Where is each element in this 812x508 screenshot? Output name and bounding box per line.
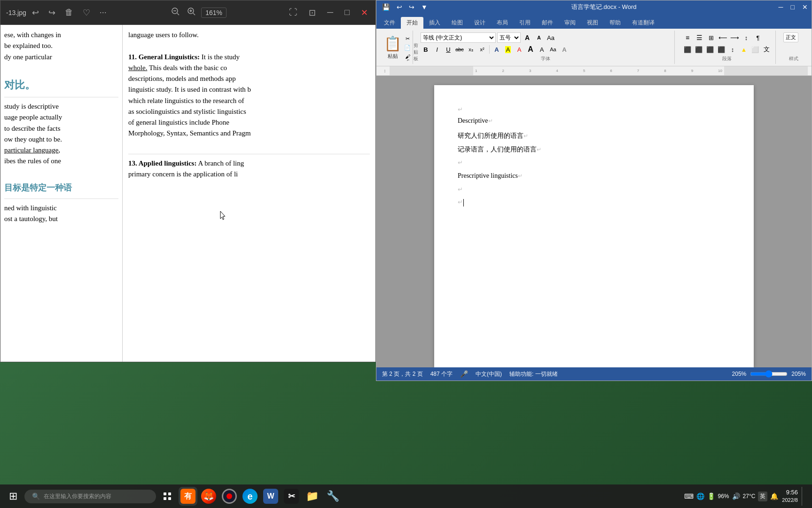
numbering-button[interactable]: ☰	[694, 32, 704, 43]
viewer-close-button[interactable]: ✕	[359, 6, 370, 20]
show-marks-button[interactable]: ¶	[753, 32, 763, 43]
highlight-color-button[interactable]: A	[503, 44, 513, 55]
font-size-selector[interactable]: 五号	[497, 32, 521, 43]
tray-time[interactable]: 9:56 2022/8	[782, 488, 798, 504]
text-effect-button[interactable]: A	[492, 44, 502, 55]
start-button[interactable]: ⊞	[4, 487, 23, 506]
underline-button[interactable]: U	[443, 44, 453, 55]
speaker-icon: 🔊	[732, 492, 740, 500]
sort-button[interactable]: ↕	[741, 32, 751, 43]
rotate-right-button[interactable]: ↪	[47, 6, 57, 20]
favorite-button[interactable]: ♡	[81, 6, 92, 20]
clear-format-button[interactable]: Aa	[546, 32, 556, 43]
italic-button[interactable]: I	[432, 44, 442, 55]
border-button[interactable]: ⬜	[750, 44, 760, 55]
copy-button[interactable]: 📄	[401, 44, 414, 52]
dictation-button[interactable]: 🎤	[460, 370, 468, 378]
tab-home[interactable]: 开始	[401, 17, 423, 29]
bullets-button[interactable]: ≡	[682, 32, 693, 43]
filemanager-taskbar-icon[interactable]: 📁	[303, 487, 321, 506]
unknown-taskbar-icon[interactable]: 🔧	[323, 487, 342, 506]
clipboard-expand-button[interactable]: ⌐	[405, 56, 412, 63]
system-tray: ⌨ 🌐 🔋 96% 🔊 27°C 英 🔔 9:56 2022/8	[684, 487, 809, 506]
doc-line: dy one particular	[4, 52, 118, 63]
font-size-minus-button[interactable]: A	[537, 44, 547, 55]
tab-layout[interactable]: 布局	[491, 17, 514, 29]
zoom-in-button[interactable]	[185, 5, 197, 20]
notification-icon[interactable]: 🔔	[770, 492, 778, 500]
chinese-layout-button[interactable]: 文	[761, 44, 772, 55]
word-undo-button[interactable]: ↩	[395, 2, 404, 12]
align-left-button[interactable]: ⬛	[682, 44, 693, 55]
accessibility-button[interactable]: 辅助功能: 一切就绪	[509, 370, 558, 378]
battery-percent: 96%	[718, 493, 729, 500]
decrease-indent-button[interactable]: ⟵	[718, 32, 728, 43]
word-quick-customize-button[interactable]: ▼	[419, 2, 429, 12]
shading-button[interactable]: ▲	[739, 44, 749, 55]
task-view-button[interactable]	[158, 487, 177, 506]
word-save-button[interactable]: 💾	[380, 2, 392, 12]
font-color-button[interactable]: A	[514, 44, 524, 55]
zoom-slider[interactable]	[750, 370, 788, 378]
strikethrough-button[interactable]: abc	[454, 44, 465, 55]
word-minimize-button[interactable]: ─	[779, 3, 783, 11]
superscript-button[interactable]: x²	[477, 44, 487, 55]
viewer-maximize-button[interactable]: □	[343, 6, 351, 19]
delete-button[interactable]: 🗑	[63, 6, 75, 19]
doc-primary-concern-line: primary concern is the application of li	[128, 169, 370, 180]
edge-taskbar-icon[interactable]: e	[241, 487, 259, 506]
style-normal-button[interactable]: 正文	[783, 32, 798, 42]
doc-right-column: language users to follow. 11. General Li…	[123, 25, 375, 362]
paste-button[interactable]: 📋 粘贴	[384, 33, 401, 62]
word-maximize-button[interactable]: □	[791, 3, 795, 11]
youdao-taskbar-icon[interactable]: 有	[179, 487, 197, 506]
multilevel-list-button[interactable]: ⊞	[706, 32, 716, 43]
search-icon: 🔍	[32, 492, 40, 500]
obs-taskbar-icon[interactable]	[220, 487, 239, 506]
tab-mailing[interactable]: 邮件	[536, 17, 559, 29]
capcut-taskbar-icon[interactable]: ✂	[282, 487, 301, 506]
align-center-button[interactable]: ⬛	[694, 44, 704, 55]
tab-draw[interactable]: 绘图	[446, 17, 468, 29]
bold-button[interactable]: B	[421, 44, 431, 55]
tab-youdao[interactable]: 有道翻译	[626, 17, 660, 29]
svg-rect-14	[168, 497, 171, 500]
fullscreen-button[interactable]: ⛶	[287, 6, 299, 19]
tab-file[interactable]: 文件	[378, 17, 401, 29]
line-spacing-button[interactable]: ↕	[727, 44, 738, 55]
tab-review[interactable]: 审阅	[559, 17, 581, 29]
change-case-button[interactable]: Aa	[548, 44, 558, 55]
tab-design[interactable]: 设计	[468, 17, 491, 29]
paragraph-label: 段落	[682, 55, 772, 62]
svg-line-10	[193, 13, 195, 15]
tab-insert[interactable]: 插入	[423, 17, 446, 29]
tab-view[interactable]: 视图	[581, 17, 604, 29]
increase-indent-button[interactable]: ⟶	[729, 32, 740, 43]
tab-help[interactable]: 帮助	[604, 17, 626, 29]
chinese-target-text: 目标是特定一种语	[4, 182, 118, 195]
grow-font-button[interactable]: A	[522, 32, 532, 43]
firefox-taskbar-icon[interactable]: 🦊	[199, 487, 218, 506]
more-button[interactable]: ···	[98, 6, 109, 19]
word-page: ↵ Descriptive↵ 研究人们所使用的语言↵ 记录语言，人们使用的语言↵…	[434, 85, 754, 367]
tab-references[interactable]: 引用	[514, 17, 536, 29]
subscript-button[interactable]: x₂	[466, 44, 476, 55]
word-redo-button[interactable]: ↪	[407, 2, 416, 12]
align-right-button[interactable]: ⬛	[705, 44, 715, 55]
taskbar-search-bar[interactable]: 🔍 在这里输入你要搜索的内容	[24, 490, 156, 503]
word-close-button[interactable]: ✕	[802, 3, 808, 11]
font-size-plus-button[interactable]: A	[525, 44, 536, 55]
zoom-percent-button[interactable]: 205%	[791, 371, 806, 377]
shrink-font-button[interactable]: A	[534, 32, 544, 43]
show-desktop-button[interactable]	[802, 487, 804, 506]
word-taskbar-icon[interactable]: W	[261, 487, 280, 506]
fit-window-button[interactable]: ⊡	[307, 6, 318, 20]
cut-button[interactable]: ✂	[401, 35, 414, 43]
justify-button[interactable]: ⬛	[716, 44, 726, 55]
font-family-selector[interactable]: 等线 (中文正文)	[421, 32, 496, 43]
font-shadow-button[interactable]: A	[559, 44, 570, 55]
viewer-minimize-button[interactable]: ─	[325, 6, 335, 19]
rotate-left-button[interactable]: ↩	[30, 6, 41, 20]
zoom-level: 161%	[201, 8, 226, 18]
zoom-out-button[interactable]	[169, 5, 181, 20]
